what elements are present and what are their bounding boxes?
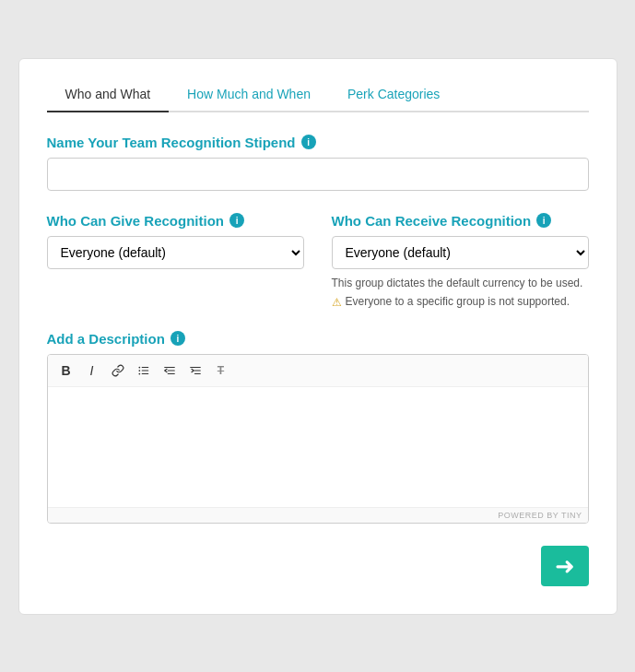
main-card: Who and What How Much and When Perk Cate… <box>18 58 617 615</box>
receive-recognition-label: Who Can Receive Recognition i <box>332 213 589 229</box>
bold-button[interactable]: B <box>55 360 77 381</box>
give-recognition-select[interactable]: Everyone (default) Managers only Admins … <box>47 236 304 269</box>
give-recognition-col: Who Can Give Recognition i Everyone (def… <box>47 213 304 309</box>
name-section-label: Name Your Team Recognition Stipend i <box>47 135 589 150</box>
rte-editor[interactable] <box>48 387 588 507</box>
give-info-icon[interactable]: i <box>229 213 244 228</box>
description-label: Add a Description i <box>47 331 589 347</box>
svg-point-5 <box>138 372 140 374</box>
next-arrow-icon: ➜ <box>555 554 575 578</box>
svg-point-3 <box>138 366 140 368</box>
give-recognition-label: Who Can Give Recognition i <box>47 213 304 229</box>
next-button-row: ➜ <box>47 546 589 586</box>
receive-recognition-select[interactable]: Everyone (default) Managers only Admins … <box>332 236 589 269</box>
name-section-title: Name Your Team Recognition Stipend <box>47 135 296 150</box>
receive-info-icon[interactable]: i <box>536 213 551 228</box>
link-icon <box>112 364 124 377</box>
outdent-button[interactable] <box>159 361 181 380</box>
indent-icon <box>189 364 202 377</box>
name-input[interactable] <box>47 158 589 191</box>
rte-container: B I <box>47 354 589 524</box>
indent-button[interactable] <box>184 361 206 380</box>
tab-bar: Who and What How Much and When Perk Cate… <box>47 77 589 112</box>
description-title: Add a Description <box>47 331 165 347</box>
outdent-icon <box>163 364 176 377</box>
receive-recognition-title: Who Can Receive Recognition <box>332 213 532 229</box>
italic-button[interactable]: I <box>81 360 103 381</box>
warning-row: ⚠ Everyone to a specific group is not su… <box>332 295 589 309</box>
svg-point-4 <box>138 370 140 371</box>
receive-helper-text: This group dictates the default currency… <box>332 275 589 291</box>
description-info-icon[interactable]: i <box>171 331 185 346</box>
recognition-columns: Who Can Give Recognition i Everyone (def… <box>47 213 589 309</box>
description-section: Add a Description i B I <box>47 331 589 524</box>
link-button[interactable] <box>107 361 129 380</box>
next-button[interactable]: ➜ <box>541 546 589 586</box>
bullet-list-icon <box>137 364 150 377</box>
tab-who-and-what[interactable]: Who and What <box>47 77 170 112</box>
tab-how-much-and-when[interactable]: How Much and When <box>169 77 329 111</box>
bullet-list-button[interactable] <box>133 361 155 380</box>
name-info-icon[interactable]: i <box>301 135 316 149</box>
tab-perk-categories[interactable]: Perk Categories <box>329 77 458 111</box>
rte-footer: POWERED BY TINY <box>48 507 588 523</box>
warning-icon: ⚠ <box>332 296 342 309</box>
clear-format-button[interactable]: T <box>210 361 232 380</box>
receive-recognition-col: Who Can Receive Recognition i Everyone (… <box>332 213 589 309</box>
rte-toolbar: B I <box>48 355 588 387</box>
powered-by-label: POWERED BY TINY <box>498 511 582 520</box>
give-recognition-title: Who Can Give Recognition <box>47 213 225 229</box>
warning-text: Everyone to a specific group is not supp… <box>346 295 570 308</box>
